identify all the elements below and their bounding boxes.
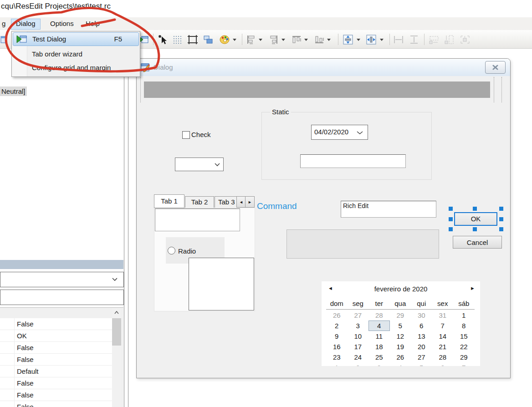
panel-splitter[interactable] <box>124 48 124 407</box>
menu-item-configure-grid[interactable]: Configure grid and margin <box>13 61 138 75</box>
calendar-day[interactable]: 1 <box>453 310 475 321</box>
tab-scroll-right-button[interactable]: ► <box>245 196 255 208</box>
align-right-edges-button[interactable] <box>268 34 280 46</box>
caption-edit-field[interactable] <box>0 290 124 305</box>
designed-dialog-titlebar[interactable]: Dialog <box>137 59 510 76</box>
calendar-day[interactable]: 17 <box>348 341 369 352</box>
partial-toolbar-icon[interactable] <box>0 34 6 46</box>
calendar-day[interactable]: 23 <box>326 352 348 362</box>
margins-button[interactable] <box>187 34 199 46</box>
calendar-day[interactable]: 29 <box>390 310 411 321</box>
calendar-day[interactable]: 21 <box>432 341 454 352</box>
calendar-day[interactable]: 7 <box>453 362 475 366</box>
menu-item-test-dialog[interactable]: Test Dialog F5 <box>13 32 139 46</box>
calendar-day[interactable]: 18 <box>368 341 390 352</box>
center-horizontally-button[interactable] <box>342 34 354 46</box>
colors-button[interactable] <box>219 34 230 46</box>
align-top-dropdown-arrow[interactable] <box>304 38 308 41</box>
listbox-control[interactable] <box>189 258 254 310</box>
calendar-day[interactable]: 9 <box>326 331 348 341</box>
radio-circle[interactable] <box>168 247 175 254</box>
property-value-row[interactable]: False <box>0 318 112 330</box>
calendar-day[interactable]: 24 <box>348 352 369 362</box>
calendar-day[interactable]: 3 <box>348 321 369 331</box>
property-value-row[interactable]: Default <box>0 366 112 377</box>
calendar-day[interactable]: 16 <box>326 341 348 352</box>
calendar-day[interactable]: 5 <box>411 362 432 366</box>
make-same-width-button[interactable] <box>428 34 440 46</box>
make-same-size-button[interactable] <box>459 34 471 46</box>
static-groupbox[interactable]: Static 04/02/2020 <box>261 112 432 180</box>
menu-item-tab-order-wizard[interactable]: Tab order wizard <box>13 47 138 61</box>
property-value-row[interactable]: False <box>0 354 112 366</box>
calendar-day[interactable]: 15 <box>453 331 475 341</box>
control-layout-button[interactable] <box>202 34 214 46</box>
property-value-row[interactable]: False <box>0 377 112 389</box>
calendar-day[interactable]: 26 <box>326 310 348 321</box>
calendar-day[interactable]: 4 <box>368 321 390 331</box>
calendar-day[interactable]: 2 <box>326 321 348 331</box>
calendar-day[interactable]: 2 <box>348 362 369 366</box>
selection-handle[interactable] <box>473 227 477 231</box>
center-horizontally-dropdown-arrow[interactable] <box>356 38 361 41</box>
align-top-edges-button[interactable] <box>291 34 302 46</box>
calendar-day[interactable]: 10 <box>348 331 369 341</box>
calendar-day[interactable]: 11 <box>368 331 390 341</box>
calendar-day[interactable]: 22 <box>453 341 475 352</box>
selection-handle[interactable] <box>449 217 453 221</box>
selection-handle[interactable] <box>499 207 503 211</box>
calendar-day[interactable]: 6 <box>411 321 432 331</box>
selection-handle[interactable] <box>499 217 503 221</box>
space-across-button[interactable] <box>393 34 404 46</box>
calendar-day[interactable]: 19 <box>390 341 411 352</box>
menu-item-partial[interactable]: g <box>0 19 7 29</box>
property-value-row[interactable]: False <box>0 389 112 401</box>
gray-bar-control[interactable] <box>144 81 490 98</box>
menu-item-help[interactable]: Help <box>81 19 104 29</box>
calendar-day[interactable]: 27 <box>348 310 369 321</box>
align-left-dropdown-arrow[interactable] <box>258 38 263 41</box>
cancel-button[interactable]: Cancel <box>453 236 502 249</box>
align-left-edges-button[interactable] <box>245 34 257 46</box>
calendar-day[interactable]: 5 <box>390 321 411 331</box>
calendar-day[interactable]: 7 <box>432 321 454 331</box>
disabled-box-control[interactable] <box>286 229 439 259</box>
calendar-day[interactable]: 1 <box>326 362 348 366</box>
calendar-day[interactable]: 3 <box>368 362 390 366</box>
date-picker-control[interactable]: 04/02/2020 <box>311 125 368 140</box>
calendar-day[interactable]: 14 <box>432 331 454 341</box>
calendar-next-icon[interactable]: ► <box>470 285 475 291</box>
calendar-day[interactable]: 25 <box>368 352 390 362</box>
property-value-row[interactable]: False <box>0 401 112 407</box>
center-vertically-dropdown-arrow[interactable] <box>379 38 384 41</box>
calendar-day[interactable]: 30 <box>411 310 432 321</box>
rich-edit-control[interactable]: Rich Edit <box>341 201 436 218</box>
calendar-day[interactable]: 13 <box>411 331 432 341</box>
tab-1[interactable]: Tab 1 <box>154 194 184 208</box>
center-vertically-button[interactable] <box>365 34 377 46</box>
property-value-row[interactable]: OK <box>0 330 112 342</box>
colors-dropdown-arrow[interactable] <box>232 38 237 41</box>
menu-item-options[interactable]: Options <box>46 19 78 29</box>
calendar-day[interactable]: 27 <box>411 352 432 362</box>
command-link-control[interactable]: Command <box>257 201 297 211</box>
selection-handle[interactable] <box>473 207 477 211</box>
calendar-day[interactable]: 8 <box>453 321 475 331</box>
align-bottom-edges-button[interactable] <box>313 34 325 46</box>
designed-dialog-window[interactable]: Dialog Check Static 04/02/2020 <box>136 58 511 378</box>
tab-2[interactable]: Tab 2 <box>185 196 214 208</box>
property-value-row[interactable]: False <box>0 342 112 354</box>
edit-in-tab[interactable] <box>155 209 240 231</box>
close-button[interactable] <box>485 61 506 74</box>
selection-handle[interactable] <box>499 227 503 231</box>
select-pointer-button[interactable] <box>157 34 169 46</box>
tab-scroll-left-button[interactable]: ◄ <box>236 196 246 208</box>
calendar-day[interactable]: 6 <box>432 362 454 366</box>
calendar-day[interactable]: 12 <box>390 331 411 341</box>
menu-item-dialog[interactable]: Dialog <box>11 19 41 30</box>
month-calendar-control[interactable]: ◄ fevereiro de 2020 ► domsegterquaquisex… <box>322 281 480 366</box>
scrollbar-thumb[interactable] <box>112 318 121 346</box>
selection-handle[interactable] <box>449 227 453 231</box>
edit-control[interactable] <box>300 154 406 168</box>
scroll-up-icon[interactable] <box>114 311 119 315</box>
